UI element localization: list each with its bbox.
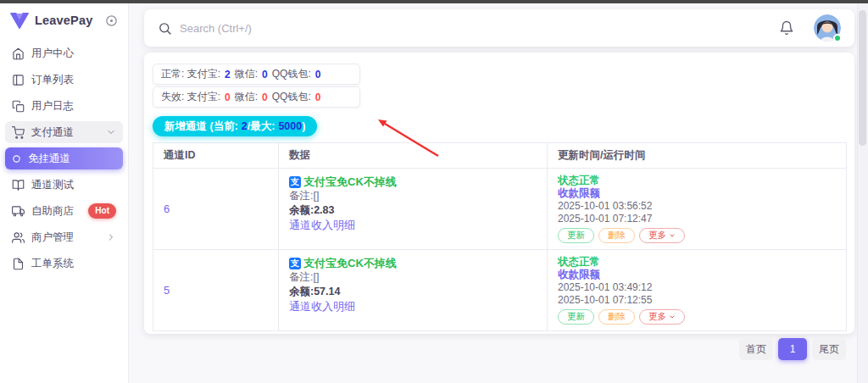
table-row: 5 支 支付宝免CK不掉线 备注:[] 余额:57.14 通道收入明细 状态正常… bbox=[153, 250, 847, 331]
book-icon bbox=[12, 179, 25, 192]
sidebar-item-payment-channel[interactable]: 支付通道 bbox=[5, 121, 123, 143]
add-channel-current: 2 bbox=[242, 120, 248, 132]
col-header-data: 数据 bbox=[279, 143, 548, 169]
chevron-down-icon bbox=[106, 127, 116, 137]
logo-row: LeavePay bbox=[0, 3, 128, 37]
sidebar: LeavePay 用户中心 订单列表 用户日志 支付通道 免挂通道 通道 bbox=[0, 3, 129, 383]
channel-id-link[interactable]: 6 bbox=[153, 169, 279, 250]
chevron-down-icon bbox=[669, 232, 676, 239]
channel-remark: 备注:[] bbox=[289, 189, 537, 203]
sidebar-item-label: 自助商店 bbox=[31, 204, 74, 219]
brand-logo-icon bbox=[10, 13, 29, 29]
sidebar-item-label: 免挂通道 bbox=[28, 152, 70, 166]
stats-normal-prefix: 正常: 支付宝: bbox=[161, 67, 220, 81]
status-text: 状态正常 bbox=[558, 175, 836, 187]
income-detail-link[interactable]: 通道收入明细 bbox=[289, 299, 537, 314]
notification-bell-icon[interactable] bbox=[779, 20, 794, 36]
add-channel-button[interactable]: 新增通道 (当前: 2 /最大: 5000 ) bbox=[153, 116, 317, 136]
add-channel-mid: /最大: bbox=[248, 119, 275, 134]
scrollbar-thumb[interactable] bbox=[859, 10, 866, 146]
hot-badge: Hot bbox=[88, 203, 116, 219]
limit-link[interactable]: 收款限额 bbox=[558, 269, 836, 281]
sidebar-item-user-log[interactable]: 用户日志 bbox=[5, 95, 123, 117]
layout-icon bbox=[12, 74, 25, 86]
stats-normal-row: 正常: 支付宝: 2 微信: 0 QQ钱包: 0 bbox=[153, 64, 360, 85]
pagination-first-button[interactable]: 首页 bbox=[739, 338, 773, 360]
stats-normal-wechat-label: 微信: bbox=[235, 67, 258, 81]
sidebar-item-order-list[interactable]: 订单列表 bbox=[5, 69, 123, 91]
delete-button[interactable]: 删除 bbox=[598, 228, 635, 243]
user-avatar[interactable] bbox=[814, 14, 841, 42]
stats-failed-wechat-label: 微信: bbox=[235, 90, 258, 104]
alipay-icon: 支 bbox=[289, 258, 301, 269]
sidebar-item-free-channel[interactable]: 免挂通道 bbox=[5, 147, 123, 169]
status-cell: 状态正常 收款限额 2025-10-01 03:49:12 2025-10-01… bbox=[548, 250, 847, 331]
add-channel-max: 5000 bbox=[278, 120, 302, 132]
content-card: 正常: 支付宝: 2 微信: 0 QQ钱包: 0 失效: 支付宝: 0 微信: … bbox=[144, 53, 854, 334]
sidebar-pin-icon[interactable] bbox=[105, 14, 118, 27]
channel-balance: 余额:57.14 bbox=[289, 285, 537, 299]
sidebar-item-label: 通道测试 bbox=[31, 178, 74, 192]
more-button[interactable]: 更多 bbox=[639, 309, 685, 325]
channel-name: 支付宝免CK不掉线 bbox=[303, 256, 397, 270]
pagination-last-button[interactable]: 尾页 bbox=[812, 338, 846, 360]
browser-loading-strip bbox=[0, 0, 868, 3]
income-detail-link[interactable]: 通道收入明细 bbox=[289, 218, 537, 232]
chevron-right-icon bbox=[106, 232, 116, 242]
channel-remark: 备注:[] bbox=[289, 270, 537, 285]
sidebar-item-channel-test[interactable]: 通道测试 bbox=[5, 174, 123, 196]
channel-name: 支付宝免CK不掉线 bbox=[303, 175, 397, 189]
sidebar-nav: 用户中心 订单列表 用户日志 支付通道 免挂通道 通道测试 自助商店 Hot bbox=[0, 37, 128, 275]
main-area: 正常: 支付宝: 2 微信: 0 QQ钱包: 0 失效: 支付宝: 0 微信: … bbox=[129, 3, 868, 383]
add-channel-label: 新增通道 (当前: bbox=[164, 119, 238, 134]
sidebar-item-label: 支付通道 bbox=[31, 125, 74, 140]
online-status-dot bbox=[833, 34, 842, 42]
search-icon[interactable] bbox=[158, 21, 172, 36]
sidebar-item-user-center[interactable]: 用户中心 bbox=[5, 42, 123, 64]
status-cell: 状态正常 收款限额 2025-10-01 03:56:52 2025-10-01… bbox=[548, 169, 847, 250]
col-header-update-time: 更新时间/运行时间 bbox=[548, 143, 847, 169]
col-header-channel-id: 通道ID bbox=[153, 143, 279, 169]
file-icon bbox=[12, 258, 25, 270]
stats-failed-prefix: 失效: 支付宝: bbox=[161, 90, 220, 104]
stats-normal-qq-label: QQ钱包: bbox=[272, 67, 311, 81]
cart-icon bbox=[12, 126, 25, 139]
sidebar-item-label: 用户中心 bbox=[31, 47, 74, 61]
brand-name: LeavePay bbox=[35, 14, 93, 27]
sidebar-item-label: 工单系统 bbox=[31, 257, 74, 271]
stats-failed-qq-value: 0 bbox=[315, 92, 321, 103]
pagination-page-1-button[interactable]: 1 bbox=[778, 338, 807, 360]
sidebar-item-ticket-system[interactable]: 工单系统 bbox=[5, 253, 123, 275]
data-cell: 支 支付宝免CK不掉线 备注:[] 余额:57.14 通道收入明细 bbox=[279, 250, 548, 331]
more-button-label: 更多 bbox=[648, 230, 666, 241]
sidebar-item-label: 用户日志 bbox=[31, 99, 74, 114]
stats-normal-alipay-value: 2 bbox=[225, 69, 231, 80]
data-cell: 支 支付宝免CK不掉线 备注:[] 余额:2.83 通道收入明细 bbox=[279, 169, 548, 250]
channel-balance: 余额:2.83 bbox=[289, 203, 537, 218]
stats-failed-row: 失效: 支付宝: 0 微信: 0 QQ钱包: 0 bbox=[153, 86, 360, 108]
sidebar-item-self-shop[interactable]: 自助商店 Hot bbox=[5, 200, 123, 222]
copy-icon bbox=[12, 100, 25, 113]
stats-normal-qq-value: 0 bbox=[315, 69, 321, 80]
alipay-icon: 支 bbox=[289, 176, 301, 188]
topbar bbox=[144, 9, 854, 47]
stats-normal-wechat-value: 0 bbox=[262, 69, 268, 80]
search-input[interactable] bbox=[180, 22, 771, 35]
update-time: 2025-10-01 03:56:52 bbox=[558, 200, 836, 213]
delete-button[interactable]: 删除 bbox=[598, 309, 635, 325]
channel-id-link[interactable]: 5 bbox=[153, 250, 279, 331]
stats-failed-qq-label: QQ钱包: bbox=[272, 90, 311, 104]
status-text: 状态正常 bbox=[558, 256, 836, 269]
add-channel-suffix: ) bbox=[302, 120, 305, 132]
page-scrollbar[interactable] bbox=[857, 3, 868, 383]
limit-link[interactable]: 收款限额 bbox=[558, 187, 836, 200]
stats-failed-alipay-value: 0 bbox=[225, 92, 231, 103]
circle-icon bbox=[12, 154, 21, 164]
more-button-label: 更多 bbox=[648, 311, 666, 323]
sidebar-item-merchant-mgmt[interactable]: 商户管理 bbox=[5, 226, 123, 248]
update-button[interactable]: 更新 bbox=[558, 309, 594, 325]
sidebar-item-label: 商户管理 bbox=[31, 230, 74, 245]
update-button[interactable]: 更新 bbox=[558, 228, 594, 243]
pagination: 首页 1 尾页 bbox=[153, 338, 846, 360]
more-button[interactable]: 更多 bbox=[639, 228, 685, 243]
